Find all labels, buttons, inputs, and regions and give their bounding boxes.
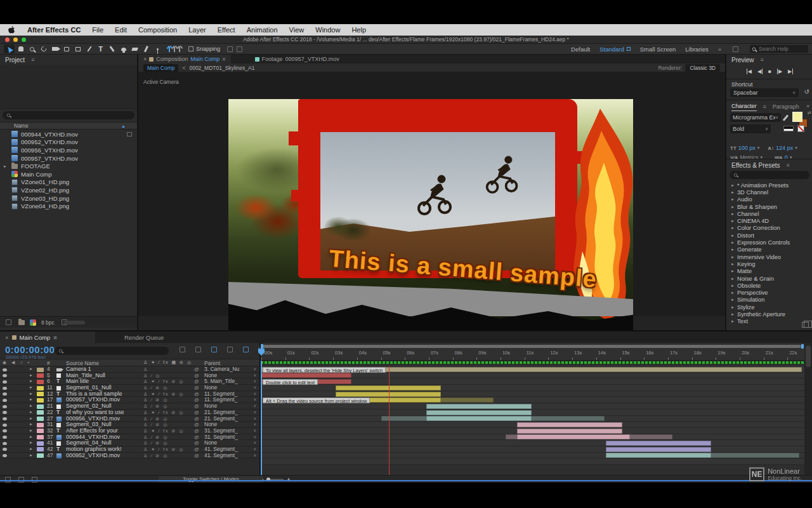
layer-lane[interactable] bbox=[261, 453, 812, 459]
overflow-icon[interactable]: » bbox=[718, 46, 721, 53]
zoom-tool[interactable] bbox=[27, 44, 37, 53]
view-axis-icon[interactable] bbox=[179, 46, 180, 52]
layer-bar[interactable] bbox=[426, 410, 532, 415]
expander-icon[interactable]: ► bbox=[29, 434, 33, 441]
swap-colors-icon[interactable]: ⇄ bbox=[808, 110, 811, 116]
expander-icon[interactable]: ► bbox=[731, 241, 735, 244]
label-color-chip[interactable] bbox=[37, 435, 44, 439]
effects-category[interactable]: ►Simulation bbox=[726, 297, 812, 304]
layer-bar[interactable] bbox=[606, 447, 711, 452]
expander-icon[interactable]: ► bbox=[29, 378, 33, 385]
tab-character[interactable]: Character bbox=[731, 103, 757, 111]
eye-icon[interactable] bbox=[3, 392, 7, 396]
layer-bar[interactable] bbox=[606, 453, 711, 458]
panel-menu-icon[interactable]: ≡ bbox=[787, 162, 790, 168]
label-color-chip[interactable] bbox=[37, 429, 44, 433]
folder-expander-icon[interactable]: ► bbox=[3, 164, 7, 168]
layer-row[interactable]: ►47000952_VTXHD.mov♙ ∕ ⊘ ◎@41. Segment_∨ bbox=[0, 453, 260, 459]
expand-transfer-controls-icon[interactable] bbox=[18, 477, 24, 483]
expander-icon[interactable]: ► bbox=[29, 446, 33, 453]
effects-category[interactable]: ►Stylize bbox=[726, 304, 812, 311]
layer-switches[interactable]: ♙ ✦ ∕ fx ⊘ ◎ bbox=[143, 428, 184, 434]
menu-view[interactable]: View bbox=[284, 26, 310, 34]
effects-category[interactable]: ►Channel bbox=[726, 210, 812, 217]
frame-blending-icon[interactable] bbox=[211, 347, 217, 352]
effects-category[interactable]: ►Immersive Video bbox=[726, 253, 812, 260]
panel-menu-icon[interactable]: ≡ bbox=[53, 334, 57, 341]
label-color-chip[interactable] bbox=[37, 398, 44, 403]
timeline-vscrollbar[interactable] bbox=[804, 343, 812, 475]
local-axis-icon[interactable] bbox=[169, 46, 170, 52]
label-color-chip[interactable] bbox=[37, 453, 44, 458]
eye-icon[interactable] bbox=[3, 387, 7, 390]
effects-presets-tab[interactable]: Effects & Presets bbox=[731, 162, 780, 169]
layer-bar[interactable] bbox=[426, 404, 532, 409]
expander-icon[interactable]: ► bbox=[731, 234, 735, 237]
effects-category[interactable]: ►Synthetic Aperture bbox=[726, 311, 812, 318]
layer-bar[interactable] bbox=[606, 441, 711, 446]
eye-icon[interactable] bbox=[3, 411, 7, 414]
menu-after-effects-cc[interactable]: After Effects CC bbox=[22, 26, 86, 34]
expander-icon[interactable]: ► bbox=[731, 298, 735, 302]
layer-switches[interactable]: ♙ ✦ ∕ fx ⊘ ◎ bbox=[143, 391, 184, 398]
effects-category[interactable]: ►3D Channel bbox=[726, 189, 812, 196]
menu-layer[interactable]: Layer bbox=[183, 26, 212, 34]
layer-bar[interactable] bbox=[517, 434, 629, 439]
breadcrumb-previous[interactable]: 0002_MDT01_Skylines_A1 bbox=[189, 65, 254, 71]
expander-icon[interactable]: ► bbox=[731, 197, 735, 201]
roto-brush-tool[interactable] bbox=[141, 44, 152, 53]
reset-icon[interactable]: ↺ bbox=[804, 88, 809, 95]
layer-bar[interactable] bbox=[426, 416, 532, 421]
expander-icon[interactable]: ► bbox=[29, 391, 33, 398]
layer-bar[interactable] bbox=[336, 392, 441, 397]
eye-icon[interactable] bbox=[3, 436, 7, 439]
parent-link-icon[interactable]: @ bbox=[194, 428, 199, 434]
expand-in-out-icon[interactable] bbox=[32, 477, 37, 483]
tab-render-queue[interactable]: Render Queue bbox=[124, 331, 164, 343]
label-color-chip[interactable] bbox=[37, 404, 44, 409]
effects-category[interactable]: ►Perspective bbox=[726, 289, 812, 296]
effects-category[interactable]: ►Keying bbox=[726, 260, 812, 267]
work-area-end-handle[interactable] bbox=[801, 344, 804, 349]
pan-behind-tool[interactable] bbox=[61, 44, 72, 53]
menu-animation[interactable]: Animation bbox=[241, 26, 284, 34]
project-item-comp[interactable]: Main Comp bbox=[0, 170, 137, 178]
fill-over-stroke-icon[interactable] bbox=[783, 126, 794, 131]
world-axis-icon[interactable] bbox=[174, 46, 175, 52]
workspace-default[interactable]: Default bbox=[571, 46, 590, 53]
mini-flowchart-icon[interactable] bbox=[180, 347, 185, 352]
fill-color-swatch[interactable] bbox=[792, 112, 802, 122]
effects-category[interactable]: ►Obsolete bbox=[726, 282, 812, 289]
help-search-input[interactable] bbox=[750, 45, 808, 53]
menu-edit[interactable]: Edit bbox=[109, 26, 133, 34]
eyedropper-icon[interactable] bbox=[783, 114, 789, 121]
menu-composition[interactable]: Composition bbox=[133, 26, 183, 34]
layer-lane[interactable] bbox=[261, 422, 812, 428]
work-area-start-handle[interactable] bbox=[261, 344, 263, 349]
layer-switches[interactable]: ♙ bbox=[143, 366, 148, 373]
expander-icon[interactable]: ► bbox=[731, 255, 735, 259]
parent-link-icon[interactable]: @ bbox=[194, 366, 199, 373]
project-item-mov[interactable]: 000944_VTXHD.mov bbox=[0, 130, 137, 138]
font-family-select[interactable]: Microgramma Ext... ∨ bbox=[730, 113, 781, 122]
panel-menu-icon[interactable]: ≡ bbox=[763, 104, 766, 110]
first-frame-button[interactable]: ◀ bbox=[747, 69, 752, 74]
menu-help[interactable]: Help bbox=[346, 26, 372, 34]
workspace-standard[interactable]: Standard bbox=[599, 46, 631, 53]
layer-switches[interactable]: ♙ ∕ ⊘ ◎ bbox=[143, 397, 168, 403]
new-panel-icon[interactable] bbox=[802, 322, 809, 328]
selection-tool[interactable] bbox=[4, 44, 15, 53]
camera-tool[interactable] bbox=[49, 44, 60, 53]
toggle-switches-modes-button[interactable]: Toggle Switches / Modes bbox=[159, 476, 263, 483]
layer-bar[interactable] bbox=[261, 373, 351, 378]
label-color-chip[interactable] bbox=[37, 373, 44, 378]
layer-lane[interactable] bbox=[261, 428, 812, 434]
label-color-chip[interactable] bbox=[37, 392, 44, 396]
layer-bar[interactable] bbox=[517, 422, 622, 427]
effects-category[interactable]: ►Matte bbox=[726, 268, 812, 275]
shortcut-select[interactable]: Spacebar∨ bbox=[730, 88, 799, 97]
snap-option2-icon[interactable] bbox=[237, 46, 242, 52]
parent-link-icon[interactable]: @ bbox=[194, 453, 199, 459]
expand-layer-switches-icon[interactable] bbox=[5, 477, 11, 483]
expander-icon[interactable]: ► bbox=[731, 212, 735, 216]
